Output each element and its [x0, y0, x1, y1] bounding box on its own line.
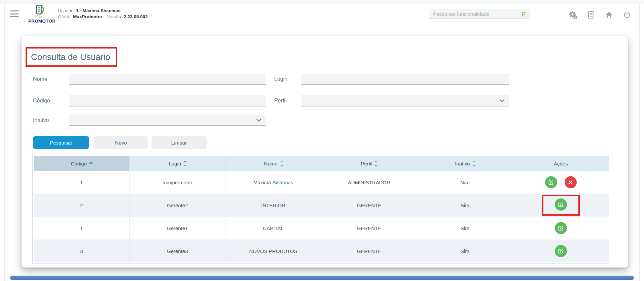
nome-input[interactable] [69, 73, 266, 84]
cell-inativo: Sim [417, 217, 513, 240]
cell-inativo: Sim [417, 240, 513, 262]
page-left-edge [4, 4, 5, 281]
codigo-label: Código [33, 98, 50, 104]
cell-nome: INTERIOR [225, 194, 321, 217]
search-icon[interactable] [521, 11, 527, 18]
cell-nome: NOVOS PRODUTOS [225, 240, 321, 262]
edit-pencil-icon [558, 248, 564, 254]
cell-inativo: Não [417, 171, 513, 194]
edit-button[interactable] [545, 176, 557, 188]
page-right-edge [639, 4, 640, 281]
sort-asc-icon [89, 162, 93, 165]
cell-acoes [513, 194, 609, 217]
cell-login: maxpromotor [130, 171, 225, 194]
column-label: Inativo [455, 161, 470, 166]
novo-button[interactable]: Novo [94, 136, 148, 149]
title-annotation-box: Consulta de Usuário [26, 47, 117, 67]
cell-login: Gerente3 [130, 240, 225, 262]
settings-gears-icon[interactable] [569, 10, 577, 19]
functionality-search [429, 9, 530, 19]
power-icon[interactable] [622, 10, 631, 19]
window-top-strip [0, 0, 644, 4]
login-field-wrap [301, 73, 509, 85]
cell-nome: CAPITAL [225, 217, 321, 240]
cell-acoes [513, 217, 609, 240]
cell-perfil: ADMINISTRADOR [321, 171, 417, 194]
column-header-perfil[interactable]: Perfil [321, 156, 417, 171]
chevron-down-icon [500, 97, 504, 102]
app-header: max PROMOTOR Usuário: 1 - Máxima Sistema… [5, 4, 639, 25]
app-logo[interactable]: max PROMOTOR [28, 4, 53, 25]
edit-button[interactable] [555, 222, 567, 234]
cell-perfil: GERENTE [321, 240, 417, 262]
cell-perfil: GERENTE [321, 194, 417, 217]
cell-codigo: 2 [34, 194, 130, 217]
session-offer-line: Oferta: MaxPromotorVersão: 2.23.05.002 [58, 14, 148, 20]
cell-acoes [513, 240, 609, 262]
sort-both-icon [375, 161, 377, 166]
column-header-login[interactable]: Login [130, 156, 225, 171]
codigo-input[interactable] [69, 95, 266, 106]
pesquisar-button[interactable]: Pesquisar [33, 136, 89, 149]
page-title: Consulta de Usuário [31, 52, 110, 62]
edit-pencil-icon [558, 225, 564, 231]
offer-label: Oferta: [58, 14, 72, 19]
cell-login: Gerente2 [130, 194, 225, 217]
offer-value: MaxPromotor [73, 14, 102, 19]
logo-text-promotor: PROMOTOR [28, 19, 56, 24]
table-row: 1 maxpromotor Máxima Sistemas ADMINISTRA… [34, 171, 609, 194]
cell-codigo: 3 [34, 240, 130, 262]
version-value: 2.23.05.002 [124, 14, 148, 19]
login-input[interactable] [301, 73, 509, 84]
session-user-line: Usuário: 1 - Máxima Sistemas [58, 8, 148, 14]
cell-codigo: 1 [34, 217, 130, 240]
edit-button[interactable] [555, 245, 567, 257]
edit-button[interactable] [555, 198, 567, 211]
login-label: Login [274, 76, 287, 82]
column-label: Login [169, 161, 181, 166]
column-header-inativo[interactable]: Inativo [417, 156, 513, 171]
sort-both-icon [281, 161, 283, 166]
version-label: Versão: [107, 14, 122, 19]
nome-label: Nome [33, 76, 47, 82]
table-row: 2 Gerente2 INTERIOR GERENTE Sim [34, 194, 609, 217]
results-table: Código Login Nome Perfil [34, 156, 609, 262]
inativo-select[interactable] [69, 115, 266, 126]
content-card: Consulta de Usuário Nome Login Código Pe… [22, 36, 628, 268]
column-header-nome[interactable]: Nome [225, 156, 321, 171]
session-info: Usuário: 1 - Máxima Sistemas Oferta: Max… [58, 8, 148, 20]
edit-button-annotation-box [542, 195, 580, 216]
horizontal-scrollbar-thumb[interactable] [10, 276, 634, 280]
delete-button[interactable] [565, 176, 577, 188]
cell-perfil: GERENTE [321, 217, 417, 240]
table-row: 1 Gerente1 CAPITAL GERENTE Sim [34, 217, 609, 240]
table-header-row: Código Login Nome Perfil [34, 156, 609, 171]
menu-hamburger-icon[interactable] [10, 10, 19, 17]
perfil-select[interactable] [301, 95, 509, 106]
logo-text-max: max [35, 14, 42, 18]
column-header-acoes: Ações [513, 156, 609, 171]
cell-acoes [513, 171, 609, 194]
home-icon[interactable] [605, 10, 613, 19]
user-value: 1 - Máxima Sistemas [76, 8, 120, 13]
nome-field-wrap [69, 73, 266, 85]
delete-x-icon [568, 180, 573, 185]
chevron-down-icon [256, 117, 261, 122]
search-input[interactable] [429, 9, 529, 19]
sort-both-icon [473, 161, 475, 166]
results-table-container: Código Login Nome Perfil [32, 155, 610, 264]
column-label: Perfil [361, 161, 372, 166]
column-header-codigo[interactable]: Código [34, 156, 130, 171]
limpar-button[interactable]: Limpar [151, 136, 207, 149]
column-label: Código [71, 161, 87, 166]
inativo-label: Inativo [33, 117, 49, 123]
edit-pencil-icon [548, 180, 554, 185]
cell-inativo: Sim [417, 194, 513, 217]
cell-login: Gerente1 [130, 217, 225, 240]
document-icon[interactable] [587, 10, 596, 19]
codigo-field-wrap [69, 95, 266, 106]
cell-codigo: 1 [34, 171, 130, 194]
sort-both-icon [184, 161, 186, 166]
perfil-label: Perfil [274, 98, 286, 104]
column-label: Ações [554, 161, 568, 166]
